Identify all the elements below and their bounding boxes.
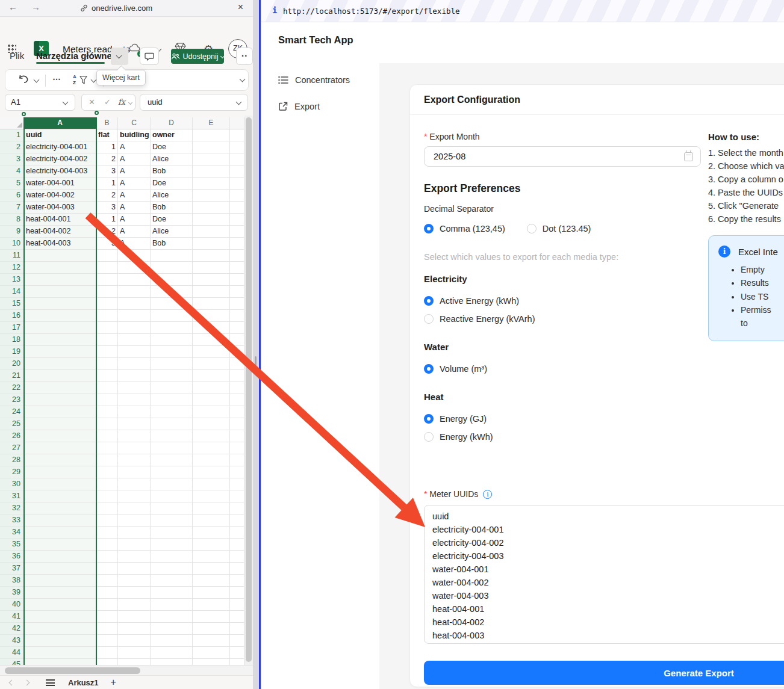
cell[interactable] <box>118 250 151 262</box>
cell[interactable] <box>24 551 96 563</box>
cell[interactable] <box>96 514 118 527</box>
cell[interactable] <box>118 358 151 370</box>
cell[interactable] <box>118 274 151 286</box>
cell[interactable] <box>151 635 193 647</box>
cell[interactable] <box>193 466 230 478</box>
cell[interactable] <box>230 394 244 406</box>
cell[interactable] <box>193 214 230 226</box>
cell[interactable] <box>24 286 96 298</box>
cell[interactable]: owner <box>151 129 193 141</box>
more-commands-button[interactable]: ·· <box>236 48 253 65</box>
cell[interactable]: Bob <box>151 202 193 214</box>
cell[interactable] <box>96 563 118 575</box>
row-header-34[interactable]: 34 <box>0 527 24 539</box>
cell[interactable] <box>96 454 118 466</box>
cell[interactable] <box>96 647 118 659</box>
radio-selected-icon[interactable] <box>424 296 434 306</box>
cell[interactable] <box>96 250 118 262</box>
back-icon[interactable]: ← <box>8 2 17 12</box>
cell[interactable] <box>24 527 96 539</box>
cell[interactable] <box>230 346 244 358</box>
cell[interactable] <box>118 514 151 527</box>
cell[interactable] <box>151 430 193 442</box>
cell[interactable] <box>24 611 96 623</box>
cell[interactable] <box>193 226 230 238</box>
row-header-41[interactable]: 41 <box>0 611 24 623</box>
cell[interactable] <box>230 466 244 478</box>
row-header-43[interactable]: 43 <box>0 635 24 647</box>
cell[interactable] <box>230 274 244 286</box>
cell[interactable] <box>193 286 230 298</box>
cell[interactable] <box>24 466 96 478</box>
sidebar-item-export[interactable]: Export <box>261 98 379 115</box>
cell[interactable] <box>96 478 118 490</box>
more-tabs-button[interactable] <box>111 48 128 65</box>
cell[interactable] <box>193 406 230 418</box>
cell[interactable] <box>118 551 151 563</box>
undo-chevron-icon[interactable] <box>34 77 40 83</box>
cell[interactable] <box>118 466 151 478</box>
cell[interactable] <box>151 310 193 322</box>
sheet-list-icon[interactable] <box>46 679 55 686</box>
cell[interactable] <box>230 190 244 202</box>
cell[interactable] <box>118 659 151 665</box>
cell[interactable] <box>151 623 193 635</box>
cell[interactable]: 1 <box>96 214 118 226</box>
cell[interactable] <box>24 298 96 310</box>
row-header-21[interactable]: 21 <box>0 370 24 382</box>
cell[interactable] <box>151 490 193 502</box>
meter-uuids-textarea[interactable] <box>424 505 784 644</box>
app-address-bar[interactable]: i http://localhost:5173/#/export/flexibl… <box>261 0 784 22</box>
cell[interactable] <box>24 346 96 358</box>
cell[interactable] <box>230 322 244 334</box>
cell[interactable] <box>118 322 151 334</box>
column-header-b[interactable]: B <box>96 117 118 129</box>
cell[interactable] <box>24 358 96 370</box>
cell[interactable] <box>151 551 193 563</box>
cell[interactable] <box>193 178 230 190</box>
cell[interactable] <box>24 659 96 665</box>
cell[interactable]: Doe <box>151 178 193 190</box>
cell[interactable] <box>193 563 230 575</box>
cell[interactable] <box>118 406 151 418</box>
cell[interactable]: Alice <box>151 153 193 165</box>
cell[interactable]: uuid <box>24 129 96 141</box>
cell[interactable] <box>193 165 230 178</box>
cell[interactable]: electricity-004-001 <box>24 141 96 153</box>
cell[interactable]: Alice <box>151 226 193 238</box>
column-header-d[interactable]: D <box>151 117 193 129</box>
name-box[interactable]: A1 <box>5 94 75 111</box>
cell[interactable] <box>230 659 244 665</box>
row-header-17[interactable]: 17 <box>0 322 24 334</box>
cell[interactable] <box>151 442 193 454</box>
cell[interactable] <box>193 262 230 274</box>
cell[interactable] <box>24 310 96 322</box>
meter-uuids-info-icon[interactable]: i <box>483 490 492 499</box>
cell[interactable] <box>96 551 118 563</box>
cell[interactable]: Bob <box>151 165 193 178</box>
cell[interactable] <box>151 274 193 286</box>
row-header-24[interactable]: 24 <box>0 406 24 418</box>
fx-icon[interactable]: fx <box>118 97 125 107</box>
sort-filter-icon[interactable]: A Z <box>73 75 87 87</box>
cell[interactable] <box>193 490 230 502</box>
cell[interactable] <box>230 406 244 418</box>
cell[interactable] <box>96 635 118 647</box>
cell[interactable] <box>96 442 118 454</box>
sheet-tab-arkusz1[interactable]: Arkusz1 <box>68 678 99 687</box>
cell[interactable]: water-004-001 <box>24 178 96 190</box>
cell[interactable] <box>230 599 244 611</box>
cell[interactable] <box>118 490 151 502</box>
row-header-39[interactable]: 39 <box>0 587 24 599</box>
cell[interactable] <box>24 563 96 575</box>
cell[interactable] <box>118 382 151 394</box>
cell[interactable] <box>96 286 118 298</box>
radio-volume[interactable]: Volume (m³) <box>424 364 701 374</box>
cell[interactable] <box>118 587 151 599</box>
cell[interactable] <box>193 370 230 382</box>
cell[interactable] <box>96 466 118 478</box>
forward-icon[interactable]: → <box>31 2 40 12</box>
cell[interactable] <box>193 442 230 454</box>
cell[interactable] <box>230 370 244 382</box>
cell[interactable] <box>193 358 230 370</box>
